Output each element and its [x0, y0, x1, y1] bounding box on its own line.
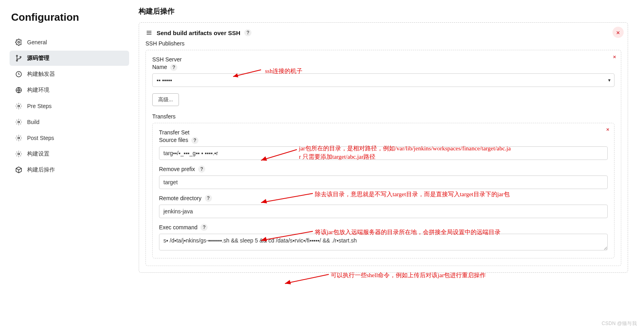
sidebar-item-trigger[interactable]: 构建触发器 [10, 67, 129, 82]
sidebar-item-label: Post Steps [27, 135, 54, 141]
gear-icon [15, 102, 22, 110]
gear-icon [15, 150, 22, 158]
field-label-line1: SSH Server [152, 56, 182, 63]
advanced-button[interactable]: 高级... [152, 93, 179, 106]
clock-icon [15, 71, 22, 78]
globe-icon [15, 87, 22, 94]
main-content: 构建后操作 × Send build artifacts over SSH ? … [139, 0, 628, 331]
remote-dir-label: Remote directory ? [159, 195, 608, 202]
sidebar-item-source[interactable]: 源码管理 [10, 51, 129, 66]
transfers-label: Transfers [152, 113, 615, 120]
sidebar-item-general[interactable]: General [10, 35, 129, 50]
help-icon[interactable]: ? [191, 137, 198, 144]
svg-point-0 [18, 41, 20, 43]
sidebar-item-presteps[interactable]: Pre Steps [10, 99, 129, 114]
svg-point-2 [16, 60, 18, 61]
help-icon[interactable]: ? [198, 166, 205, 173]
sidebar-item-label: 源码管理 [27, 55, 49, 62]
remote-dir-input[interactable] [159, 205, 608, 218]
section-title: 构建后操作 [139, 6, 628, 16]
sidebar-item-settings[interactable]: 构建设置 [10, 146, 129, 162]
remove-publisher-button[interactable]: × [611, 53, 618, 61]
remove-prefix-label: Remove prefix ? [159, 166, 608, 173]
step-title: Send build artifacts over SSH [157, 30, 240, 36]
sidebar: Configuration General 源码管理 构建触发器 构建环境 Pr… [0, 0, 132, 178]
help-icon[interactable]: ? [205, 195, 212, 202]
sidebar-item-label: General [27, 39, 47, 45]
ssh-server-name-label: SSH Server Name ? [152, 56, 615, 71]
svg-point-1 [16, 55, 18, 57]
source-files-label: Transfer Set Source files ? [159, 129, 608, 144]
ssh-step-container: × Send build artifacts over SSH ? SSH Pu… [139, 22, 628, 273]
remove-step-button[interactable]: × [613, 27, 624, 38]
gear-icon [15, 118, 22, 126]
watermark: CSDN @猫与我 [602, 320, 637, 327]
help-icon[interactable]: ? [170, 64, 177, 71]
step-header: Send build artifacts over SSH ? [145, 29, 621, 36]
sidebar-item-poststeps[interactable]: Post Steps [10, 130, 129, 146]
field-label-text: Remove prefix [159, 166, 195, 173]
ssh-publisher-box: × SSH Server Name ? ▪▪ ▪▪▪▪▪ ▾ 高级... Tra… [145, 50, 621, 266]
sidebar-item-label: 构建环境 [27, 87, 49, 94]
sidebar-item-label: 构建触发器 [27, 71, 55, 78]
ssh-publishers-label: SSH Publishers [145, 40, 621, 47]
svg-point-6 [18, 105, 20, 107]
sidebar-title: Configuration [10, 11, 132, 24]
exec-cmd-input[interactable]: s▪ /d▪ta/j▪nkins/gs-▪▪▪▪▪▪▪.sh && sleep … [159, 234, 608, 250]
gear-icon [15, 39, 22, 46]
sidebar-item-env[interactable]: 构建环境 [10, 83, 129, 98]
gear-icon [15, 134, 22, 142]
svg-point-8 [18, 137, 20, 139]
svg-point-3 [20, 57, 21, 58]
sidebar-item-label: 构建设置 [27, 150, 49, 158]
field-label-text: Remote directory [159, 195, 202, 202]
remove-transfer-button[interactable]: × [604, 126, 612, 134]
field-label-line2: Name [152, 64, 167, 70]
source-files-input[interactable] [159, 146, 608, 160]
sidebar-item-label: 构建后操作 [27, 166, 55, 173]
svg-point-7 [18, 121, 20, 123]
transfer-set-box: × Transfer Set Source files ? [152, 123, 615, 258]
remove-prefix-input[interactable] [159, 175, 608, 189]
sidebar-item-build[interactable]: Build [10, 114, 129, 130]
help-icon[interactable]: ? [244, 29, 251, 36]
field-label-line2: Source files [159, 137, 188, 143]
help-icon[interactable]: ? [200, 224, 208, 231]
package-icon [15, 166, 22, 173]
branch-icon [15, 55, 22, 62]
field-label-line1: Transfer Set [159, 129, 198, 136]
sidebar-item-postbuild[interactable]: 构建后操作 [10, 162, 129, 177]
sidebar-item-label: Build [27, 119, 39, 125]
sidebar-item-label: Pre Steps [27, 103, 51, 109]
field-label-text: Exec command [159, 224, 197, 231]
svg-point-9 [18, 153, 20, 155]
drag-handle-icon[interactable] [145, 29, 153, 36]
exec-cmd-label: Exec command ? [159, 224, 608, 231]
ssh-server-select[interactable]: ▪▪ ▪▪▪▪▪ [152, 73, 615, 87]
